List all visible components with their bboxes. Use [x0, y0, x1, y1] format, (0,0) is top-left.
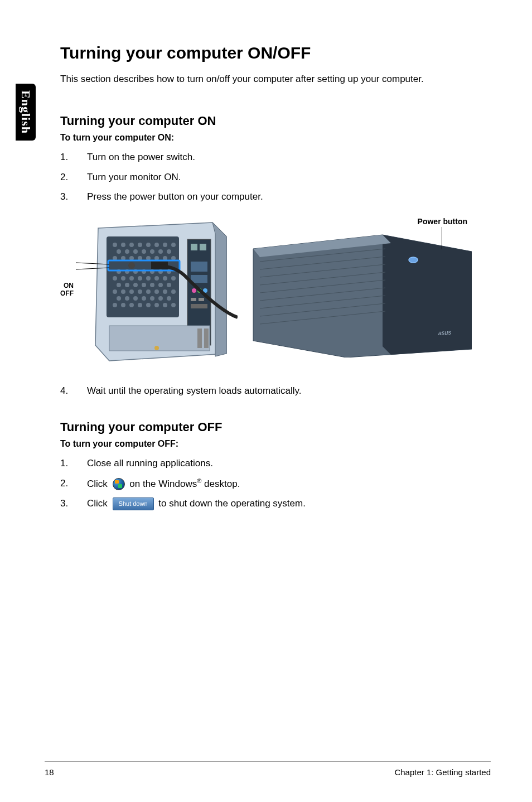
- svg-point-7: [146, 243, 151, 247]
- section-off: Turning your computer OFF To turn your c…: [60, 420, 501, 510]
- diagram-front-wrapper: Power button asus: [249, 217, 501, 360]
- svg-point-51: [138, 289, 142, 294]
- svg-point-55: [171, 289, 176, 294]
- diagram-rear-wrapper: ON OFF: [60, 217, 238, 362]
- svg-point-65: [129, 303, 134, 307]
- svg-point-52: [146, 289, 151, 294]
- svg-point-34: [121, 276, 125, 281]
- svg-rect-77: [191, 244, 197, 250]
- svg-point-14: [142, 249, 146, 254]
- step-number: 3.: [60, 190, 87, 204]
- intro-text: This section describes how to turn on/of…: [60, 73, 501, 86]
- svg-point-33: [113, 276, 117, 281]
- svg-point-61: [158, 296, 163, 301]
- step-text: Turn on the power switch.: [87, 151, 195, 164]
- svg-rect-85: [199, 298, 204, 301]
- steps-on-list: 1. Turn on the power switch. 2. Turn you…: [60, 151, 501, 204]
- svg-point-57: [125, 296, 129, 301]
- svg-point-60: [150, 296, 154, 301]
- svg-point-90: [154, 346, 159, 350]
- svg-point-48: [113, 289, 117, 294]
- step-text: Click on the Windows® desktop.: [87, 477, 240, 490]
- svg-point-62: [167, 296, 171, 301]
- svg-point-59: [142, 296, 146, 301]
- svg-point-81: [192, 288, 196, 293]
- svg-point-50: [129, 289, 134, 294]
- svg-point-42: [125, 283, 129, 287]
- svg-point-46: [158, 283, 163, 287]
- list-item: 4. Wait until the operating system loads…: [60, 384, 501, 398]
- svg-point-4: [121, 243, 125, 247]
- step-text: Press the power button on your computer.: [87, 190, 263, 204]
- svg-point-44: [142, 283, 146, 287]
- list-item: 1. Turn on the power switch.: [60, 151, 501, 164]
- svg-point-39: [163, 276, 167, 281]
- svg-point-58: [133, 296, 138, 301]
- language-tab: English: [16, 84, 36, 141]
- list-item: 2. Turn your monitor ON.: [60, 171, 501, 184]
- svg-point-13: [133, 249, 138, 254]
- step-number: 3.: [60, 497, 87, 510]
- svg-point-66: [138, 303, 142, 307]
- svg-point-69: [163, 303, 167, 307]
- page-footer: 18 Chapter 1: Getting started: [45, 761, 491, 777]
- diagram-row: ON OFF: [60, 217, 501, 362]
- svg-rect-87: [109, 326, 210, 351]
- svg-text:asus: asus: [438, 329, 452, 337]
- chapter-label: Chapter 1: Getting started: [394, 767, 491, 777]
- windows-start-icon: [113, 478, 125, 490]
- svg-point-40: [171, 276, 176, 281]
- svg-rect-78: [200, 244, 206, 250]
- step-number: 1.: [60, 457, 87, 470]
- svg-point-35: [129, 276, 134, 281]
- svg-point-73: [128, 262, 135, 269]
- svg-point-10: [171, 243, 176, 247]
- step-number: 2.: [60, 477, 87, 490]
- svg-point-56: [117, 296, 121, 301]
- svg-point-5: [129, 243, 134, 247]
- list-item: 2. Click on the Windows® desktop.: [60, 477, 501, 490]
- svg-rect-84: [191, 298, 196, 301]
- step-text: Turn your monitor ON.: [87, 171, 181, 184]
- steps-on-list-cont: 4. Wait until the operating system loads…: [60, 384, 501, 398]
- svg-point-64: [121, 303, 125, 307]
- computer-front-diagram: asus: [249, 229, 472, 357]
- svg-point-63: [113, 303, 117, 307]
- svg-marker-92: [383, 235, 472, 355]
- svg-rect-80: [191, 275, 207, 283]
- list-item: 3. Press the power button on your comput…: [60, 190, 501, 204]
- svg-point-16: [158, 249, 163, 254]
- svg-point-67: [146, 303, 151, 307]
- svg-point-11: [117, 249, 121, 254]
- svg-rect-86: [191, 304, 207, 308]
- svg-point-17: [167, 249, 171, 254]
- svg-point-53: [154, 289, 159, 294]
- step-text: Click Shut down to shut down the operati…: [87, 497, 306, 510]
- section-on-subhead: To turn your computer ON:: [60, 133, 501, 143]
- off-label: OFF: [60, 289, 74, 297]
- section-off-heading: Turning your computer OFF: [60, 420, 501, 434]
- step-text: Close all running applications.: [87, 457, 213, 470]
- svg-point-8: [154, 243, 159, 247]
- svg-rect-89: [197, 328, 202, 348]
- power-button-line: [442, 227, 443, 249]
- svg-point-37: [146, 276, 151, 281]
- step-number: 1.: [60, 151, 87, 164]
- step-number: 4.: [60, 384, 87, 398]
- svg-point-70: [171, 303, 176, 307]
- svg-point-12: [125, 249, 129, 254]
- page-title: Turning your computer ON/OFF: [60, 44, 501, 62]
- shutdown-button-icon: Shut down: [113, 497, 154, 510]
- step-number: 2.: [60, 171, 87, 184]
- list-item: 3. Click Shut down to shut down the oper…: [60, 497, 501, 510]
- section-off-subhead: To turn your computer OFF:: [60, 439, 501, 449]
- svg-point-15: [150, 249, 154, 254]
- svg-point-38: [154, 276, 159, 281]
- svg-point-41: [117, 283, 121, 287]
- svg-point-68: [154, 303, 159, 307]
- list-item: 1. Close all running applications.: [60, 457, 501, 470]
- computer-rear-diagram: [76, 217, 238, 362]
- svg-rect-2: [107, 236, 179, 317]
- steps-off-list: 1. Close all running applications. 2. Cl…: [60, 457, 501, 510]
- svg-point-45: [150, 283, 154, 287]
